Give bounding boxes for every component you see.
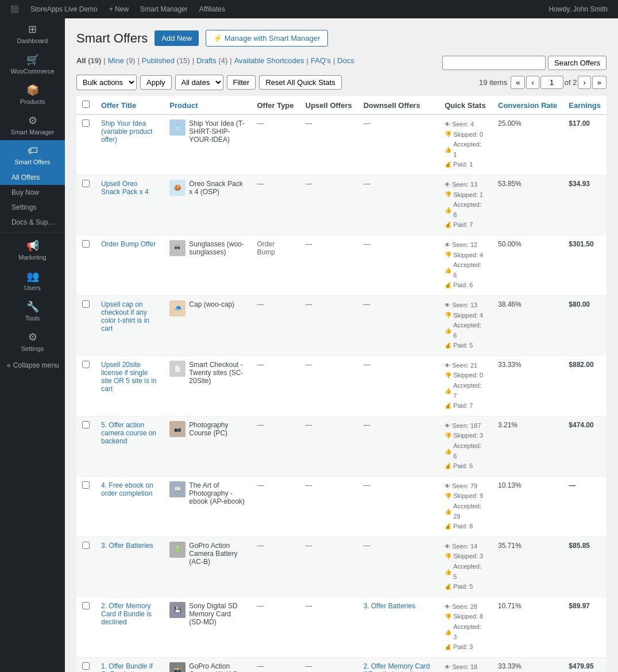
filter-tab-drafts[interactable]: Drafts (4) [196,56,227,65]
sidebar-item-smart-offers[interactable]: 🏷 Smart Offers [0,140,65,170]
sidebar-label-dashboard: Dashboard [17,37,48,44]
downsell-link[interactable]: 2. Offer Memory Card if Bundle is declin… [364,662,430,672]
stat-paid: 💰 Paid: 7 [445,401,486,411]
upsell-cell: — [300,476,358,536]
conversion-rate-value: 53.85% [498,180,522,188]
row-checkbox[interactable] [82,421,90,428]
offer-title-link[interactable]: 5. Offer action camera course on backend [101,421,156,445]
thumb-down-icon: 👎 [445,311,451,320]
products-icon: 📦 [26,84,39,96]
col-conversion[interactable]: Conversion Rate [492,96,563,115]
thumb-down-icon: 👎 [445,371,451,380]
row-checkbox[interactable] [82,240,90,248]
sidebar-item-tools[interactable]: 🔧 Tools [0,296,65,326]
search-button[interactable]: Search Offers [548,56,607,70]
site-name-bar[interactable]: StoreApps Live Demo [25,5,103,13]
quick-stats: 👁 Seen: 14👎 Skipped: 3👍 Accepted: 5💰 Pai… [445,542,486,592]
offer-title-link[interactable]: Upsell 20site license if single site OR … [101,361,157,393]
sidebar-sub-settings[interactable]: Settings [0,200,65,215]
thumb-up-icon: 👍 [445,628,451,637]
offer-title-link[interactable]: Upsell Oreo Snack Pack x 4 [101,180,149,196]
sidebar-item-settings[interactable]: ⚙ Settings [0,326,65,357]
offer-title-link[interactable]: Ship Your Idea (variable product offer) [101,119,152,144]
earnings-cell: $89.97 [563,597,607,657]
filter-tab-mine[interactable]: Mine (9) [108,56,136,65]
sidebar-sub-buy-now[interactable]: Buy Now [0,185,65,200]
offer-title-link[interactable]: 1. Offer Bundle if GoPro Action Camera i… [101,662,154,672]
row-checkbox[interactable] [82,542,90,549]
offer-title-link[interactable]: Upsell cap on checkout if any color t-sh… [101,300,149,333]
col-product[interactable]: Product [164,96,251,115]
sidebar-item-dashboard[interactable]: ⊞ Dashboard [0,18,65,49]
offer-title-link[interactable]: 4. Free ebook on order completion [101,481,153,497]
earnings-value: $34.93 [569,180,590,188]
marketing-icon: 📢 [26,240,39,252]
add-new-button[interactable]: Add New [154,30,199,46]
sidebar-label-products: Products [20,98,45,105]
main-content: Smart Offers Add New ⚡ Manage with Smart… [65,18,618,672]
affiliates-bar[interactable]: Affiliates [194,5,231,13]
new-content-bar[interactable]: + New [103,5,134,13]
col-offer-title[interactable]: Offer Title [95,96,164,115]
filter-tab-shortcodes[interactable]: Available Shortcodes [234,56,304,65]
bulk-actions-select[interactable]: Bulk actions [76,75,137,90]
current-page-input[interactable] [540,76,563,89]
last-page-btn[interactable]: » [592,76,607,89]
stat-seen: 👁 Seen: 18 [445,662,486,672]
select-all-checkbox[interactable] [82,101,90,108]
offer-title-link[interactable]: Order Bump Offer [101,240,156,248]
filter-tab-faqs[interactable]: FAQ's [311,56,331,65]
downsell-cell: — [358,536,439,597]
earnings-value: $85.85 [569,542,590,550]
date-filter-select[interactable]: All dates [175,75,223,90]
filter-tab-all[interactable]: All (19) [76,56,101,65]
offer-title-link[interactable]: 2. Offer Memory Card if Bundle is declin… [101,602,152,626]
col-earnings[interactable]: Earnings [563,96,607,115]
filter-button[interactable]: Filter [227,75,256,90]
reset-quick-stats-button[interactable]: Reset All Quick Stats [259,75,341,90]
product-name: GoPro Action Camera Battery (AC-B) [189,542,245,566]
earnings-value: $89.97 [569,602,590,610]
manage-with-smart-manager-button[interactable]: ⚡ Manage with Smart Manager [206,30,328,47]
eye-icon: 👁 [445,542,450,551]
filter-tab-published[interactable]: Published (15) [142,56,190,65]
collapse-menu[interactable]: « Collapse menu [0,357,65,374]
sidebar-item-products[interactable]: 📦 Products [0,79,65,110]
quick-stats: 👁 Seen: 21👎 Skipped: 0👍 Accepted: 7💰 Pai… [445,361,486,411]
row-checkbox[interactable] [82,602,90,609]
row-checkbox[interactable] [82,361,90,368]
downsell-link[interactable]: 3. Offer Batteries [364,602,416,610]
row-checkbox[interactable] [82,481,90,489]
wp-logo-bar[interactable]: ⬛ [5,5,25,13]
sidebar-item-woocommerce[interactable]: 🛒 WooCommerce [0,49,65,79]
row-checkbox[interactable] [82,662,90,670]
apply-button[interactable]: Apply [140,75,172,90]
next-page-btn[interactable]: › [578,76,590,89]
sidebar-item-marketing[interactable]: 📢 Marketing [0,235,65,265]
offer-title-link[interactable]: 3. Offer Batteries [101,542,153,550]
row-checkbox[interactable] [82,180,90,187]
prev-page-btn[interactable]: ‹ [526,76,539,89]
conversion-rate-value: 35.71% [498,542,522,550]
stat-accepted: 👍 Accepted: 7 [445,381,486,401]
offer-type-cell: — [251,476,299,536]
product-thumbnail: 🔋 [169,542,186,558]
sidebar-sub-all-offers[interactable]: All Offers [0,170,65,185]
sidebar-item-users[interactable]: 👥 Users [0,265,65,296]
thumb-down-icon: 👎 [445,190,451,199]
stat-paid: 💰 Paid: 8 [445,522,486,532]
table-row: Upsell Oreo Snack Pack x 4 🍪 Oreo Snack … [76,175,607,235]
search-input[interactable] [442,56,546,70]
row-checkbox[interactable] [82,300,90,308]
product-name: Photography Course (PC) [189,421,245,437]
quick-stats-cell: 👁 Seen: 28👎 Skipped: 8👍 Accepted: 3💰 Pai… [439,597,492,657]
thumb-down-icon: 👎 [445,612,451,621]
first-page-btn[interactable]: « [511,76,525,89]
sidebar-item-smart-manager[interactable]: ⚙ Smart Manager [0,110,65,140]
stat-skipped: 👎 Skipped: 3 [445,431,486,441]
filter-tab-docs[interactable]: Docs [337,56,354,65]
eye-icon: 👁 [445,361,450,370]
sidebar-sub-docs-support[interactable]: Docs & Support [0,215,65,230]
smart-manager-bar[interactable]: Smart Manager [134,5,194,13]
row-checkbox[interactable] [82,119,90,127]
